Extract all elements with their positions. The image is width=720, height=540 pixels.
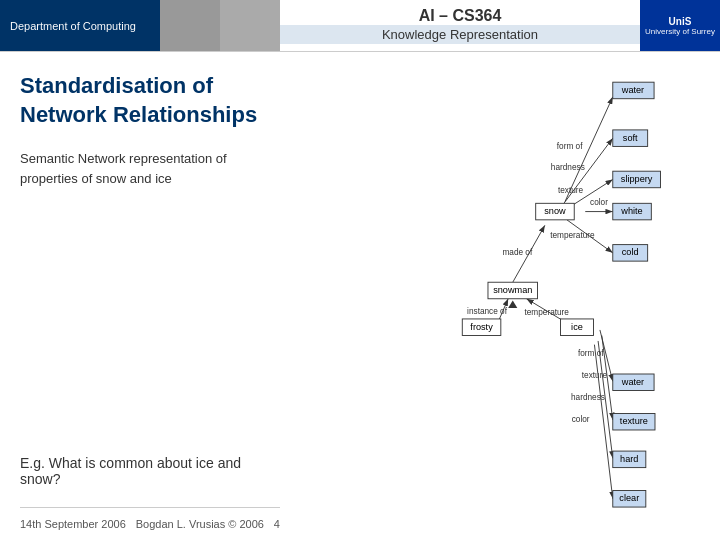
left-panel: Standardisation of Network Relationships… [0,52,300,540]
node-label-water-bottom: water [621,377,644,387]
slide-main-title: AI – CS364 [419,7,502,25]
edge-label-texture: texture [558,186,584,195]
slide-title: Standardisation of Network Relationships [20,72,280,129]
semantic-network-diagram: form of hardness texture color temperatu… [305,62,715,530]
dept-text: Department of Computing [10,20,136,32]
footer-date: 14th September 2006 [20,518,126,530]
slide-question: E.g. What is common about ice and snow? [20,455,280,487]
node-label-soft: soft [623,133,638,143]
header-img2 [220,0,280,51]
edge-label-color-white: color [590,198,608,207]
node-label-clear: clear [619,493,639,503]
edge-label-instanceof: instance of [467,307,508,316]
node-label-snowman: snowman [493,285,532,295]
node-label-texture-ice: texture [620,416,648,426]
node-label-hard: hard [620,454,638,464]
snowman-triangle [508,301,517,308]
node-label-snow: snow [544,206,566,216]
node-label-white: white [620,206,642,216]
footer-author: Bogdan L. Vrusias © 2006 [136,518,264,530]
uni-sub: University of Surrey [645,27,715,36]
node-label-ice: ice [571,322,583,332]
footer-page: 4 [274,518,280,530]
edge-label-madeof: made of [502,248,533,257]
edge-label-temperature-ice: temperature [524,308,569,317]
node-label-cold: cold [622,247,639,257]
header: Department of Computing AI – CS364 Knowl… [0,0,720,52]
header-center: AI – CS364 Knowledge Representation [280,0,640,51]
diagram-panel: form of hardness texture color temperatu… [300,52,720,540]
edge-label-temperature-cold: temperature [550,231,595,240]
uni-name: UniS [669,16,692,27]
edge-ice-clear [594,345,612,499]
slide-description: Semantic Network representation of prope… [20,149,280,188]
header-images [160,0,280,51]
main-content: Standardisation of Network Relationships… [0,52,720,540]
footer: 14th September 2006 Bogdan L. Vrusias © … [20,507,280,530]
node-label-water-top: water [621,85,644,95]
edge-label-hardness: hardness [551,163,585,172]
edge-label-texture-ice: texture [582,371,608,380]
slide-subtitle: Knowledge Representation [280,25,640,44]
university-logo: UniS University of Surrey [640,0,720,51]
dept-label: Department of Computing [0,0,160,51]
edge-label-formof-water: form of [557,142,583,151]
node-label-frosty: frosty [470,322,493,332]
node-label-slippery: slippery [621,174,653,184]
header-img1 [160,0,220,51]
edge-label-color-ice: color [572,415,590,424]
